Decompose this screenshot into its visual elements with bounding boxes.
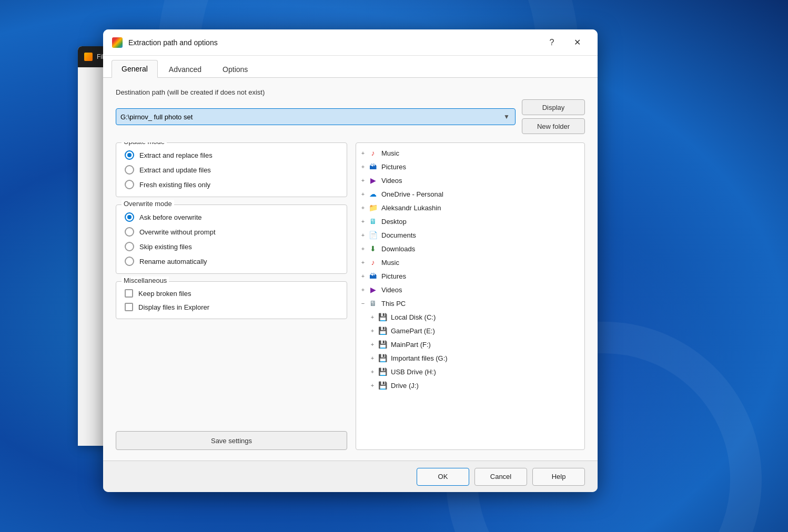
cancel-button[interactable]: Cancel [474,468,527,486]
downloads-icon: ⬇ [368,243,378,254]
ok-button[interactable]: OK [417,468,469,486]
save-settings-button[interactable]: Save settings [116,431,347,450]
tree-item-videos2[interactable]: + ▶ Videos [356,283,584,296]
expand-icon-pictures2: + [358,271,368,281]
update-mode-option-2[interactable]: Fresh existing files only [125,180,338,189]
destination-label: Destination path (will be created if doe… [116,88,585,96]
disk-f-icon: 💾 [377,339,388,350]
music2-icon: ♪ [368,257,378,268]
tree-item-gdrive[interactable]: + 💾 Important files (G:) [356,351,584,365]
music-icon: ♪ [368,148,378,158]
tree-item-videos1[interactable]: + ▶ Videos [356,173,584,187]
overwrite-mode-label-1: Overwrite without prompt [139,228,216,236]
pc-icon: 🖥 [368,298,378,309]
tree-label-videos1: Videos [381,177,402,185]
tree-label-jdrive: Drive (J:) [391,382,419,390]
display-button[interactable]: Display [522,99,585,115]
tab-general[interactable]: General [112,60,158,78]
tree-label-onedrive: OneDrive - Personal [381,190,443,198]
tree-item-thispc[interactable]: − 🖥 This PC [356,296,584,310]
tree-label-hdrive: USB Drive (H:) [391,368,436,376]
update-mode-label-1: Extract and update files [139,166,211,174]
tree-item-cdrive[interactable]: + 💾 Local Disk (C:) [356,310,584,324]
tree-label-music2: Music [381,259,399,267]
destination-section: Destination path (will be created if doe… [116,88,585,134]
dialog-title: Extraction path and options [128,38,540,47]
misc-label-0: Keep broken files [138,290,191,298]
tree-item-documents[interactable]: + 📄 Documents [356,228,584,242]
expand-icon-music2: + [358,258,368,267]
tree-item-hdrive[interactable]: + 💾 USB Drive (H:) [356,365,584,378]
folder-yellow-icon: 📁 [368,202,378,213]
onedrive-icon: ☁ [368,189,378,199]
expand-icon-downloads: + [358,244,368,253]
misc-checkbox-1 [125,303,133,311]
left-panel: Update mode Extract and replace files Ex… [116,142,347,450]
help-footer-button[interactable]: Help [532,468,585,486]
tree-label-pictures1: Pictures [381,163,406,171]
tree-item-desktop[interactable]: + 🖥 Desktop [356,214,584,228]
dialog-footer: OK Cancel Help [103,461,598,492]
destination-dropdown-button[interactable]: ▼ [502,112,511,121]
tree-item-onedrive[interactable]: + ☁ OneDrive - Personal [356,187,584,201]
tab-options[interactable]: Options [213,60,258,78]
overwrite-mode-group: Overwrite mode Ask before overwrite Over… [116,204,347,274]
tree-label-videos2: Videos [381,286,402,294]
destination-row: ▼ Display New folder [116,99,585,134]
update-mode-label-0: Extract and replace files [139,151,213,159]
tree-item-edrive[interactable]: + 💾 GamePart (E:) [356,324,584,337]
help-button[interactable]: ? [540,34,564,52]
documents-icon: 📄 [368,230,378,240]
disk-h-icon: 💾 [377,366,388,377]
tree-label-music1: Music [381,149,399,157]
desktop-icon: 🖥 [368,216,378,227]
destination-right-buttons: Display New folder [522,99,585,134]
tree-label-thispc: This PC [381,300,406,308]
close-button[interactable]: ✕ [565,34,589,52]
overwrite-mode-label-0: Ask before overwrite [139,213,202,221]
update-mode-radio-0 [125,150,134,160]
destination-input-wrap: ▼ [116,108,516,125]
tree-label-documents: Documents [381,231,416,239]
pictures2-icon: 🏔 [368,271,378,281]
tree-item-jdrive[interactable]: + 💾 Drive (J:) [356,378,584,392]
update-mode-title: Update mode [122,142,167,146]
dialog-app-icon [112,37,123,48]
misc-option-0[interactable]: Keep broken files [125,289,338,298]
overwrite-mode-title: Overwrite mode [122,200,174,208]
tree-label-pictures2: Pictures [381,272,406,280]
tree-item-pictures1[interactable]: + 🏔 Pictures [356,160,584,173]
bg-window-icon [84,53,93,61]
overwrite-mode-option-2[interactable]: Skip existing files [125,242,338,251]
disk-e-icon: 💾 [377,325,388,336]
expand-icon-cdrive: + [368,312,377,322]
update-mode-option-0[interactable]: Extract and replace files [125,150,338,160]
tree-item-music1[interactable]: + ♪ Music [356,146,584,160]
expand-icon-jdrive: + [368,381,377,390]
expand-icon-hdrive: + [368,367,377,376]
tree-item-aleksander[interactable]: + 📁 Aleksandr Lukashin [356,201,584,214]
disk-j-icon: 💾 [377,380,388,391]
pictures-icon: 🏔 [368,161,378,172]
expand-icon-pictures1: + [358,162,368,171]
update-mode-option-1[interactable]: Extract and update files [125,165,338,175]
misc-option-1[interactable]: Display files in Explorer [125,303,338,311]
overwrite-mode-radio-2 [125,242,134,251]
disk-g-icon: 💾 [377,353,388,363]
tree-label-fdrive: MainPart (F:) [391,341,431,349]
destination-input[interactable] [120,113,502,121]
tree-item-fdrive[interactable]: + 💾 MainPart (F:) [356,337,584,351]
overwrite-mode-option-0[interactable]: Ask before overwrite [125,212,338,222]
file-tree-scroll[interactable]: + ♪ Music + 🏔 Pictures + ▶ Videos [356,143,584,449]
update-mode-radio-2 [125,180,134,189]
tree-item-pictures2[interactable]: + 🏔 Pictures [356,269,584,283]
tab-advanced[interactable]: Advanced [159,60,211,78]
update-mode-radio-1 [125,165,134,175]
tree-item-music2[interactable]: + ♪ Music [356,255,584,269]
tree-item-downloads[interactable]: + ⬇ Downloads [356,242,584,255]
file-tree-panel: + ♪ Music + 🏔 Pictures + ▶ Videos [356,142,585,450]
overwrite-mode-option-3[interactable]: Rename automatically [125,257,338,266]
overwrite-mode-option-1[interactable]: Overwrite without prompt [125,227,338,237]
dialog-body: Destination path (will be created if doe… [103,78,598,461]
new-folder-button[interactable]: New folder [522,118,585,134]
